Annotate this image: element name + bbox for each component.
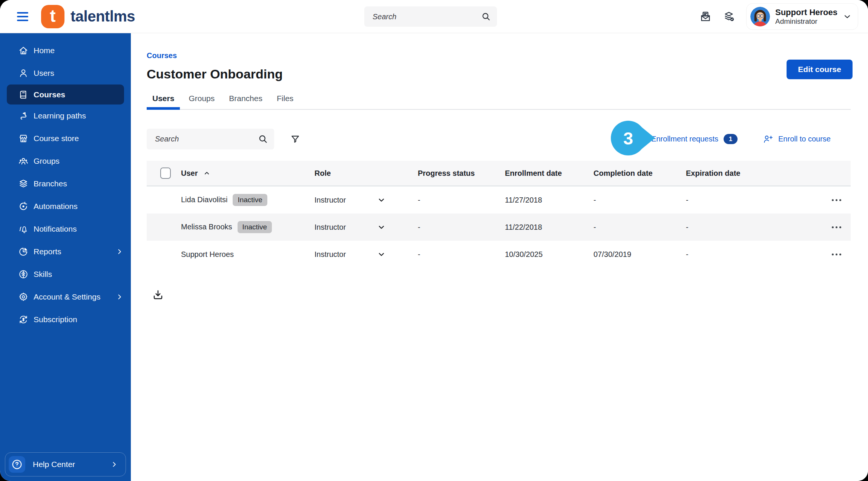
sidebar-item-learning-paths[interactable]: Learning paths [0, 104, 131, 127]
export-download-icon[interactable] [152, 289, 164, 301]
user-search-input[interactable] [154, 134, 258, 144]
tab-users[interactable]: Users [147, 94, 180, 109]
main-content: Courses Customer Onboarding Edit course … [131, 33, 868, 481]
tab-groups[interactable]: Groups [183, 94, 220, 109]
sidebar-item-label: Branches [34, 179, 67, 188]
expiration-date-cell: - [686, 250, 822, 259]
sidebar-item-label: Course store [34, 134, 79, 143]
enrollment-requests-count-badge: 1 [724, 134, 738, 144]
sidebar-item-label: Groups [34, 157, 60, 166]
user-icon [18, 68, 29, 78]
help-center-label: Help Center [33, 460, 75, 469]
sidebar-item-home[interactable]: Home [0, 39, 131, 62]
column-header-progress: Progress status [418, 169, 505, 178]
sidebar-item-account-settings[interactable]: Account & Settings [0, 286, 131, 308]
sidebar-item-label: Account & Settings [34, 292, 100, 301]
user-name: Support Heroes [775, 8, 837, 17]
sidebar-item-users[interactable]: Users [0, 62, 131, 85]
logo-mark-icon: t [41, 5, 64, 28]
table-header-row: User Role Progress status Enrollment dat… [147, 161, 851, 186]
storefront-icon [18, 133, 29, 144]
row-actions-button[interactable] [830, 224, 843, 231]
messages-icon[interactable] [699, 11, 712, 23]
sidebar-item-skills[interactable]: Skills [0, 263, 131, 286]
chevron-right-icon [116, 248, 123, 255]
enrollment-date-cell: 11/27/2018 [505, 196, 593, 204]
help-center[interactable]: Help Center [5, 452, 126, 476]
column-header-completion-date: Completion date [593, 169, 686, 178]
completion-date-cell: - [593, 223, 686, 232]
expiration-date-cell: - [686, 223, 822, 232]
swirl-arrow-icon [18, 201, 29, 212]
user-meta: Support Heroes Administrator [775, 8, 837, 25]
breadcrumb[interactable]: Courses [147, 51, 177, 60]
row-actions-button[interactable] [830, 251, 843, 258]
sidebar-item-subscription[interactable]: Subscription [0, 308, 131, 331]
table-row: Melissa Brooks Inactive Instructor - 11/… [147, 214, 851, 241]
person-plus-icon [763, 134, 773, 144]
raised-hand-icon [636, 134, 646, 144]
sidebar-item-course-store[interactable]: Course store [0, 127, 131, 150]
progress-cell: - [418, 250, 505, 259]
app-window: t talentlms [0, 0, 868, 481]
bell-icon [18, 224, 29, 234]
brain-icon [18, 269, 29, 280]
sidebar-item-notifications[interactable]: Notifications [0, 218, 131, 240]
sidebar: Home Users Courses Learning paths Course… [0, 33, 131, 481]
table-row: Lida Diavolitsi Inactive Instructor - 11… [147, 186, 851, 214]
tab-files[interactable]: Files [271, 94, 299, 109]
tab-branches[interactable]: Branches [223, 94, 268, 109]
row-actions-button[interactable] [830, 197, 843, 203]
select-all-checkbox[interactable] [160, 168, 171, 179]
global-search [364, 6, 497, 27]
course-tabs: Users Groups Branches Files [147, 94, 851, 110]
logo-wordmark: talentlms [71, 8, 135, 25]
chevron-down-icon[interactable] [378, 251, 385, 258]
sidebar-item-groups[interactable]: Groups [0, 150, 131, 172]
sort-asc-icon[interactable] [204, 170, 210, 177]
course-library-icon[interactable] [723, 11, 735, 23]
people-icon [18, 156, 29, 166]
refresh-dollar-icon [18, 314, 29, 325]
help-iconbox [9, 456, 25, 473]
gear-icon [18, 292, 29, 302]
column-header-user[interactable]: User [181, 169, 198, 178]
table-row: Support Heroes Instructor - 10/30/2025 0… [147, 241, 851, 268]
talentlms-logo[interactable]: t talentlms [41, 5, 135, 28]
global-search-input[interactable] [372, 12, 481, 22]
edit-course-button[interactable]: Edit course [787, 60, 853, 79]
chevron-down-icon[interactable] [378, 224, 385, 231]
sidebar-item-label: Subscription [34, 315, 77, 324]
user-menu[interactable]: Support Heroes Administrator [746, 3, 858, 30]
progress-cell: - [418, 223, 505, 232]
enrollment-date-cell: 11/22/2018 [505, 223, 593, 232]
sidebar-item-automations[interactable]: Automations [0, 195, 131, 218]
sidebar-item-reports[interactable]: Reports [0, 240, 131, 263]
column-header-expiration-date: Expiration date [686, 169, 822, 178]
status-badge: Inactive [233, 194, 267, 206]
enrollment-requests-link[interactable]: Enrollment requests [651, 135, 718, 143]
avatar [750, 7, 770, 26]
home-icon [18, 45, 29, 56]
chevron-down-icon [843, 12, 852, 21]
enroll-to-course-link[interactable]: Enroll to course [778, 135, 831, 143]
role-cell: Instructor [314, 196, 378, 204]
page-title: Customer Onboarding [147, 66, 868, 81]
user-name-cell[interactable]: Support Heroes [181, 250, 234, 259]
enrollment-date-cell: 10/30/2025 [505, 250, 593, 259]
hamburger-menu-icon[interactable] [17, 12, 28, 21]
user-name-cell[interactable]: Melissa Brooks [181, 223, 232, 231]
user-name-cell[interactable]: Lida Diavolitsi [181, 195, 227, 204]
toolbar-links: Enrollment requests 1 Enroll to course [636, 134, 831, 144]
sidebar-item-label: Reports [34, 247, 61, 256]
sidebar-item-courses[interactable]: Courses [7, 85, 124, 104]
sidebar-item-label: Courses [34, 90, 65, 99]
column-header-enrollment-date: Enrollment date [505, 169, 593, 178]
chevron-down-icon[interactable] [378, 197, 385, 204]
sidebar-item-label: Users [34, 69, 54, 78]
sidebar-item-branches[interactable]: Branches [0, 172, 131, 195]
pie-chart-icon [18, 246, 29, 257]
role-cell: Instructor [314, 223, 378, 232]
user-search [147, 129, 274, 149]
filter-icon[interactable] [290, 134, 301, 144]
